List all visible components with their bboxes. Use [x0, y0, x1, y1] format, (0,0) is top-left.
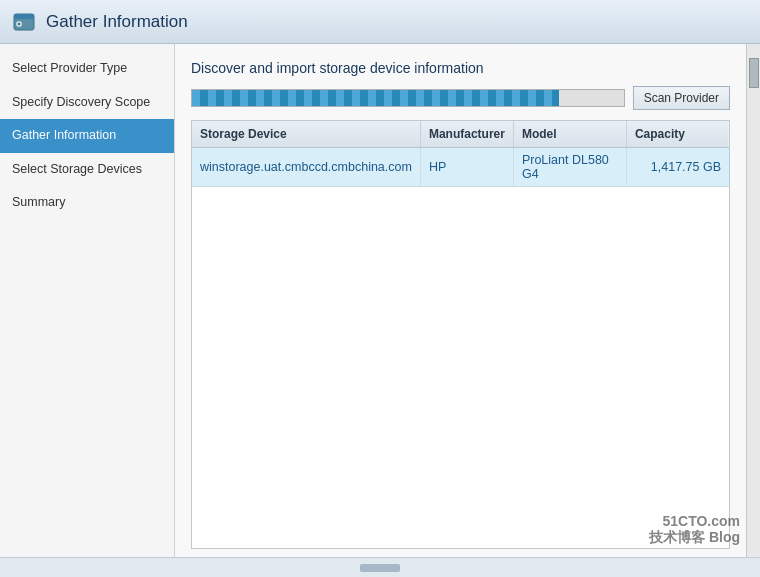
bottom-bar	[0, 557, 760, 577]
column-header-capacity: Capacity	[626, 121, 729, 148]
gather-information-icon	[12, 10, 36, 34]
sidebar-item-select-provider-type[interactable]: Select Provider Type	[0, 52, 174, 86]
sidebar-item-select-storage-devices[interactable]: Select Storage Devices	[0, 153, 174, 187]
page-title: Discover and import storage device infor…	[191, 60, 730, 76]
main-content-area: Discover and import storage device infor…	[175, 44, 746, 557]
sidebar-item-gather-information[interactable]: Gather Information	[0, 119, 174, 153]
horizontal-scroll-hint[interactable]	[360, 564, 400, 572]
progress-area: Scan Provider	[191, 86, 730, 110]
sidebar-item-specify-discovery-scope[interactable]: Specify Discovery Scope	[0, 86, 174, 120]
right-scrollbar[interactable]	[746, 44, 760, 557]
content-layout: Select Provider Type Specify Discovery S…	[0, 44, 760, 557]
sidebar-item-summary[interactable]: Summary	[0, 186, 174, 220]
scan-provider-button[interactable]: Scan Provider	[633, 86, 730, 110]
sidebar: Select Provider Type Specify Discovery S…	[0, 44, 175, 557]
table-row[interactable]: winstorage.uat.cmbccd.cmbchina.com HP Pr…	[192, 148, 729, 187]
cell-manufacturer: HP	[420, 148, 513, 187]
cell-capacity: 1,417.75 GB	[626, 148, 729, 187]
title-bar: Gather Information	[0, 0, 760, 44]
scrollbar-thumb[interactable]	[749, 58, 759, 88]
storage-device-table: Storage Device Manufacturer Model Capaci…	[192, 121, 729, 187]
column-header-storage-device: Storage Device	[192, 121, 420, 148]
table-header-row: Storage Device Manufacturer Model Capaci…	[192, 121, 729, 148]
progress-fill	[192, 90, 559, 106]
storage-device-table-container: Storage Device Manufacturer Model Capaci…	[191, 120, 730, 549]
cell-model: ProLiant DL580 G4	[513, 148, 626, 187]
cell-storage-device: winstorage.uat.cmbccd.cmbchina.com	[192, 148, 420, 187]
column-header-model: Model	[513, 121, 626, 148]
main-window: Gather Information Select Provider Type …	[0, 0, 760, 577]
progress-bar	[191, 89, 625, 107]
column-header-manufacturer: Manufacturer	[420, 121, 513, 148]
window-title: Gather Information	[46, 12, 188, 32]
svg-rect-1	[14, 14, 34, 19]
